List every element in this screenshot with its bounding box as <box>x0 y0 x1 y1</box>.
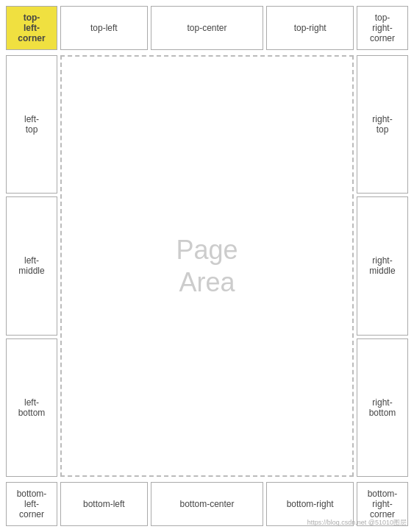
bottom-center-label: bottom-center <box>179 499 234 509</box>
top-right-corner-label: top- right- corner <box>370 13 395 43</box>
right-middle-label: right- middle <box>369 255 395 276</box>
left-top-cell: left- top <box>6 55 57 194</box>
top-center-label: top-center <box>187 23 226 33</box>
bottom-right-label: bottom-right <box>287 499 334 509</box>
top-right-cell: top-right <box>266 6 354 50</box>
left-column: left- top left- middle left- bottom <box>6 55 57 477</box>
bottom-left-cell: bottom-left <box>60 482 148 526</box>
page-area-line2: Area <box>176 266 238 298</box>
top-left-corner-label: top- left- corner <box>18 13 45 43</box>
top-left-corner: top- left- corner <box>6 6 57 50</box>
right-bottom-cell: right- bottom <box>357 338 408 477</box>
left-bottom-cell: left- bottom <box>6 338 57 477</box>
top-right-label: top-right <box>294 23 326 33</box>
top-row: top- left- corner top-left top-center to… <box>6 6 408 50</box>
right-bottom-label: right- bottom <box>369 397 396 418</box>
left-bottom-label: left- bottom <box>18 397 46 418</box>
top-left-label: top-left <box>90 23 118 33</box>
top-left-cell: top-left <box>60 6 148 50</box>
page-area-line1: Page <box>176 234 238 266</box>
left-middle-label: left- middle <box>18 255 44 276</box>
left-top-label: left- top <box>24 114 39 135</box>
right-top-cell: right- top <box>357 55 408 194</box>
bottom-center-cell: bottom-center <box>151 482 264 526</box>
bottom-right-corner-label: bottom- right- corner <box>368 489 398 519</box>
top-right-corner: top- right- corner <box>357 6 408 50</box>
page-area-text: Page Area <box>176 234 238 297</box>
middle-section: left- top left- middle left- bottom Page… <box>6 55 408 477</box>
watermark: https://blog.csdn.net @51010图层 <box>307 518 407 528</box>
right-column: right- top right- middle right- bottom <box>357 55 408 477</box>
bottom-left-label: bottom-left <box>83 499 125 509</box>
bottom-left-corner-label: bottom- left- corner <box>17 489 47 519</box>
top-center-cell: top-center <box>151 6 264 50</box>
right-top-label: right- top <box>372 114 392 135</box>
right-middle-cell: right- middle <box>357 196 408 335</box>
left-middle-cell: left- middle <box>6 196 57 335</box>
page-area: Page Area <box>60 55 354 477</box>
bottom-left-corner: bottom- left- corner <box>6 482 57 526</box>
